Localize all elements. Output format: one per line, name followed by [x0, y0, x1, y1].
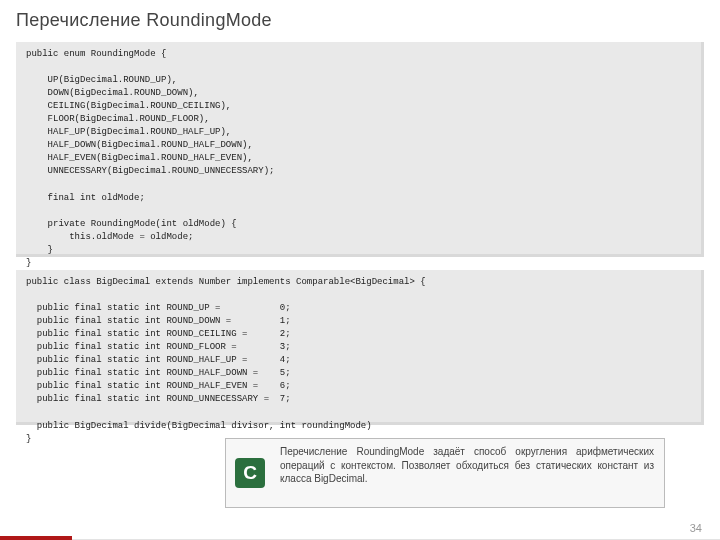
- code-block-roundingmode: public enum RoundingMode { UP(BigDecimal…: [16, 42, 704, 257]
- info-text: Перечисление RoundingMode задаёт способ …: [274, 439, 664, 507]
- consequence-icon: C: [235, 458, 265, 488]
- slide: Перечисление RoundingMode public enum Ro…: [0, 0, 720, 540]
- page-number: 34: [690, 522, 702, 534]
- code-block-bigdecimal: public class BigDecimal extends Number i…: [16, 270, 704, 425]
- info-icon-cell: C: [226, 439, 274, 507]
- accent-bar: [0, 536, 72, 540]
- info-callout: C Перечисление RoundingMode задаёт спосо…: [225, 438, 665, 508]
- slide-title: Перечисление RoundingMode: [16, 10, 272, 31]
